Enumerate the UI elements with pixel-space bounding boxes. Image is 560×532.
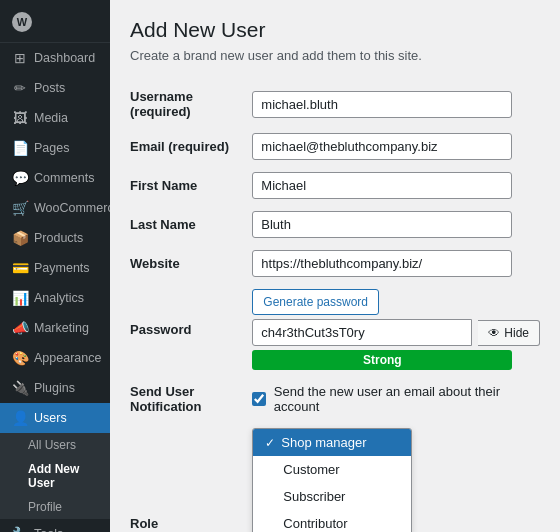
tools-icon: 🔧 <box>12 526 28 532</box>
sidebar-item-woocommerce[interactable]: 🛒 WooCommerce <box>0 193 110 223</box>
password-input[interactable] <box>252 319 472 346</box>
users-icon: 👤 <box>12 410 28 426</box>
sidebar-item-users[interactable]: 👤 Users <box>0 403 110 433</box>
email-row: Email (required) <box>130 127 540 166</box>
username-input[interactable] <box>252 91 512 118</box>
role-label: Role <box>130 422 252 532</box>
lastname-label: Last Name <box>130 205 252 244</box>
main-content: Add New User Create a brand new user and… <box>110 0 560 532</box>
sidebar-item-label: Marketing <box>34 321 89 335</box>
username-label: Username (required) <box>130 81 252 127</box>
hide-password-button[interactable]: 👁 Hide <box>478 320 540 346</box>
role-row: Role ✓ Shop manager Customer Subscriber <box>130 422 540 532</box>
sidebar-item-label: Dashboard <box>34 51 95 65</box>
role-option-subscriber[interactable]: Subscriber <box>253 483 411 510</box>
sidebar-item-label: Products <box>34 231 83 245</box>
sidebar-item-pages[interactable]: 📄 Pages <box>0 133 110 163</box>
sidebar-item-products[interactable]: 📦 Products <box>0 223 110 253</box>
firstname-label: First Name <box>130 166 252 205</box>
website-input[interactable] <box>252 250 512 277</box>
sidebar-item-marketing[interactable]: 📣 Marketing <box>0 313 110 343</box>
plugins-icon: 🔌 <box>12 380 28 396</box>
username-row: Username (required) <box>130 81 540 127</box>
posts-icon: ✏ <box>12 80 28 96</box>
sidebar-item-analytics[interactable]: 📊 Analytics <box>0 283 110 313</box>
form-table: Username (required) Email (required) Fir… <box>130 81 540 532</box>
notification-label: Send User Notification <box>130 376 252 422</box>
dashboard-icon: ⊞ <box>12 50 28 66</box>
sidebar-item-tools[interactable]: 🔧 Tools <box>0 519 110 532</box>
password-row: Password Generate password 👁 Hide Strong <box>130 283 540 376</box>
check-icon: ✓ <box>265 436 275 450</box>
sidebar-item-media[interactable]: 🖼 Media <box>0 103 110 133</box>
sidebar-logo: W <box>0 0 110 43</box>
firstname-input[interactable] <box>252 172 512 199</box>
sidebar-item-payments[interactable]: 💳 Payments <box>0 253 110 283</box>
appearance-icon: 🎨 <box>12 350 28 366</box>
sidebar-item-label: Appearance <box>34 351 101 365</box>
sidebar-item-label: Comments <box>34 171 94 185</box>
pages-icon: 📄 <box>12 140 28 156</box>
sidebar-subitem-profile[interactable]: Profile <box>0 495 110 519</box>
notification-text: Send the new user an email about their a… <box>274 384 540 414</box>
generate-password-button[interactable]: Generate password <box>252 289 379 315</box>
password-input-row: 👁 Hide <box>252 319 540 346</box>
payments-icon: 💳 <box>12 260 28 276</box>
password-section: Generate password 👁 Hide Strong <box>252 289 540 370</box>
products-icon: 📦 <box>12 230 28 246</box>
lastname-row: Last Name <box>130 205 540 244</box>
notification-section: Send the new user an email about their a… <box>252 384 540 414</box>
comments-icon: 💬 <box>12 170 28 186</box>
sidebar-item-label: Media <box>34 111 68 125</box>
notification-checkbox[interactable] <box>252 392 266 406</box>
sidebar-subitem-add-new-user[interactable]: Add New User <box>0 457 110 495</box>
eye-icon: 👁 <box>488 326 500 340</box>
woocommerce-icon: 🛒 <box>12 200 28 216</box>
sidebar-item-label: Users <box>34 411 67 425</box>
sidebar-item-label: Tools <box>34 527 63 532</box>
sidebar-item-label: Payments <box>34 261 90 275</box>
role-option-contributor[interactable]: Contributor <box>253 510 411 532</box>
sidebar-item-plugins[interactable]: 🔌 Plugins <box>0 373 110 403</box>
media-icon: 🖼 <box>12 110 28 126</box>
marketing-icon: 📣 <box>12 320 28 336</box>
sidebar-item-label: Pages <box>34 141 69 155</box>
sidebar: W ⊞ Dashboard ✏ Posts 🖼 Media 📄 Pages 💬 … <box>0 0 110 532</box>
sidebar-item-dashboard[interactable]: ⊞ Dashboard <box>0 43 110 73</box>
role-option-shop-manager[interactable]: ✓ Shop manager <box>253 429 411 456</box>
password-strength-bar: Strong <box>252 350 512 370</box>
sidebar-submenu-users: All Users Add New User Profile <box>0 433 110 519</box>
role-option-customer[interactable]: Customer <box>253 456 411 483</box>
sidebar-item-posts[interactable]: ✏ Posts <box>0 73 110 103</box>
dropdown-list: ✓ Shop manager Customer Subscriber Contr… <box>252 428 412 532</box>
wordpress-icon: W <box>12 12 32 32</box>
password-label: Password <box>130 283 252 376</box>
strength-label: Strong <box>363 353 402 367</box>
email-input[interactable] <box>252 133 512 160</box>
lastname-input[interactable] <box>252 211 512 238</box>
sidebar-item-appearance[interactable]: 🎨 Appearance <box>0 343 110 373</box>
page-title: Add New User <box>130 18 540 42</box>
sidebar-item-label: Analytics <box>34 291 84 305</box>
role-dropdown[interactable]: ✓ Shop manager Customer Subscriber Contr… <box>252 428 412 532</box>
email-label: Email (required) <box>130 127 252 166</box>
website-label: Website <box>130 244 252 283</box>
sidebar-item-comments[interactable]: 💬 Comments <box>0 163 110 193</box>
firstname-row: First Name <box>130 166 540 205</box>
website-row: Website <box>130 244 540 283</box>
sidebar-item-label: Plugins <box>34 381 75 395</box>
sidebar-item-label: Posts <box>34 81 65 95</box>
sidebar-item-label: WooCommerce <box>34 201 110 215</box>
analytics-icon: 📊 <box>12 290 28 306</box>
sidebar-subitem-all-users[interactable]: All Users <box>0 433 110 457</box>
notification-row: Send User Notification Send the new user… <box>130 376 540 422</box>
page-description: Create a brand new user and add them to … <box>130 48 540 63</box>
